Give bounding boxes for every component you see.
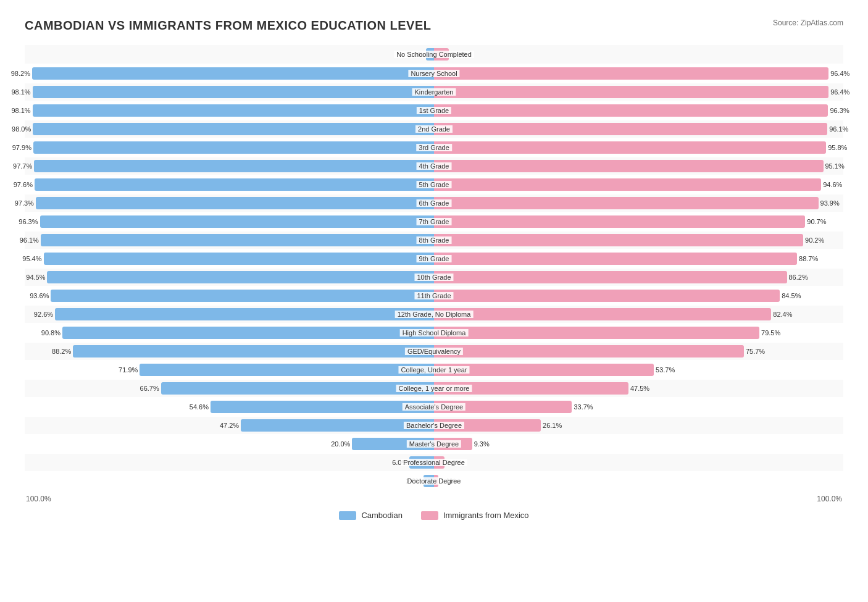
bar-label: College, 1 year or more xyxy=(396,385,472,392)
left-bar xyxy=(33,123,434,135)
right-value: 95.1% xyxy=(825,162,845,170)
bar-row: 98.1%96.3%1st Grade xyxy=(25,102,843,119)
left-value: 98.1% xyxy=(11,107,30,114)
right-bar xyxy=(434,345,744,357)
legend-cambodian: Cambodian xyxy=(339,511,403,520)
bar-label: High School Diploma xyxy=(400,329,469,337)
right-value: 84.5% xyxy=(782,292,801,299)
right-value: 96.3% xyxy=(830,107,849,114)
right-bar xyxy=(434,104,828,117)
right-bar xyxy=(434,141,826,154)
left-value: 66.7% xyxy=(140,385,159,392)
left-bar xyxy=(55,308,434,320)
right-value: 26.1% xyxy=(543,422,562,429)
left-bar xyxy=(40,215,434,228)
right-value: 86.2% xyxy=(789,274,808,281)
right-value: 9.3% xyxy=(474,440,490,448)
right-bar xyxy=(434,67,828,80)
left-bar xyxy=(161,382,434,395)
bar-label: No Schooling Completed xyxy=(394,51,474,58)
left-value: 88.2% xyxy=(52,348,71,355)
left-bar xyxy=(33,104,434,117)
mexico-label: Immigrants from Mexico xyxy=(443,511,529,520)
chart-container: CAMBODIAN VS IMMIGRANTS FROM MEXICO EDUC… xyxy=(12,12,856,526)
cambodian-label: Cambodian xyxy=(361,511,403,520)
bar-label: 5th Grade xyxy=(417,181,452,188)
bar-label: 8th Grade xyxy=(417,236,452,244)
bar-label: College, Under 1 year xyxy=(398,366,469,374)
bar-row: 90.8%79.5%High School Diploma xyxy=(25,324,843,341)
left-value: 92.6% xyxy=(34,311,53,318)
right-value: 75.7% xyxy=(746,348,765,355)
left-value: 54.6% xyxy=(190,403,209,411)
bar-row: 97.3%93.9%6th Grade xyxy=(25,194,843,212)
left-value: 97.3% xyxy=(15,199,34,207)
left-value: 47.2% xyxy=(220,422,239,429)
chart-source: Source: ZipAtlas.com xyxy=(773,19,843,27)
left-bar xyxy=(211,401,434,413)
right-value: 96.1% xyxy=(829,125,848,133)
right-value: 33.7% xyxy=(574,403,593,411)
bar-row: 94.5%86.2%10th Grade xyxy=(25,269,843,286)
bar-row: 93.6%84.5%11th Grade xyxy=(25,287,843,304)
right-value: 95.8% xyxy=(828,144,847,151)
right-value: 47.5% xyxy=(630,385,649,392)
bar-label: 12th Grade, No Diploma xyxy=(395,311,474,318)
axis-right: 100.0% xyxy=(817,495,842,503)
bar-row: 54.6%33.7%Associate's Degree xyxy=(25,398,843,416)
bar-label: GED/Equivalency xyxy=(405,348,463,355)
bar-label: 3rd Grade xyxy=(416,144,452,151)
bar-row: 96.1%90.2%8th Grade xyxy=(25,232,843,249)
left-bar xyxy=(35,178,434,191)
bar-label: 2nd Grade xyxy=(415,125,453,133)
left-value: 98.0% xyxy=(12,125,31,133)
left-value: 97.7% xyxy=(13,162,32,170)
left-bar xyxy=(140,364,434,376)
bar-row: 97.6%94.6%5th Grade xyxy=(25,176,843,193)
bar-row: 66.7%47.5%College, 1 year or more xyxy=(25,380,843,397)
axis-left: 100.0% xyxy=(26,495,51,503)
right-bar xyxy=(434,215,805,228)
right-bar xyxy=(434,178,821,191)
right-bar xyxy=(434,234,803,246)
right-value: 79.5% xyxy=(761,329,780,337)
left-value: 96.3% xyxy=(19,218,38,225)
left-value: 20.0% xyxy=(331,440,350,448)
legend-mexico: Immigrants from Mexico xyxy=(421,511,529,520)
bar-label: 6th Grade xyxy=(417,199,452,207)
left-value: 98.2% xyxy=(11,70,30,77)
bar-label: 1st Grade xyxy=(417,107,451,114)
bar-label: Bachelor's Degree xyxy=(404,422,464,429)
left-bar xyxy=(47,271,434,283)
bar-row: 6.0%2.6%Professional Degree xyxy=(25,454,843,471)
right-value: 82.4% xyxy=(773,311,792,318)
axis-row: 100.0% 100.0% xyxy=(25,495,843,503)
right-bar xyxy=(434,327,759,339)
right-value: 94.6% xyxy=(823,181,842,188)
left-bar xyxy=(33,86,434,98)
bar-row: 98.0%96.1%2nd Grade xyxy=(25,120,843,138)
right-value: 96.4% xyxy=(830,70,849,77)
bar-row: 88.2%75.7%GED/Equivalency xyxy=(25,343,843,360)
right-bar xyxy=(434,271,787,283)
left-value: 93.6% xyxy=(30,292,49,299)
bar-row: 97.7%95.1%4th Grade xyxy=(25,157,843,175)
right-value: 93.9% xyxy=(820,199,840,207)
left-value: 94.5% xyxy=(26,274,45,281)
mexico-color-swatch xyxy=(421,511,438,520)
bar-row: 97.9%95.8%3rd Grade xyxy=(25,139,843,156)
left-bar xyxy=(33,141,434,154)
right-bar xyxy=(434,86,828,98)
left-value: 98.1% xyxy=(11,88,30,96)
right-value: 88.7% xyxy=(799,255,818,262)
chart-header: CAMBODIAN VS IMMIGRANTS FROM MEXICO EDUC… xyxy=(25,19,843,33)
right-bar xyxy=(434,160,824,172)
left-bar xyxy=(44,253,435,265)
bar-label: Doctorate Degree xyxy=(405,477,464,485)
bar-row: 92.6%82.4%12th Grade, No Diploma xyxy=(25,306,843,323)
bar-row: 2.6%1.1%Doctorate Degree xyxy=(25,472,843,490)
chart-area: 1.9%3.6%No Schooling Completed98.2%96.4%… xyxy=(25,45,843,490)
bar-label: Nursery School xyxy=(408,70,459,77)
left-value: 97.9% xyxy=(12,144,31,151)
bar-label: 7th Grade xyxy=(417,218,452,225)
